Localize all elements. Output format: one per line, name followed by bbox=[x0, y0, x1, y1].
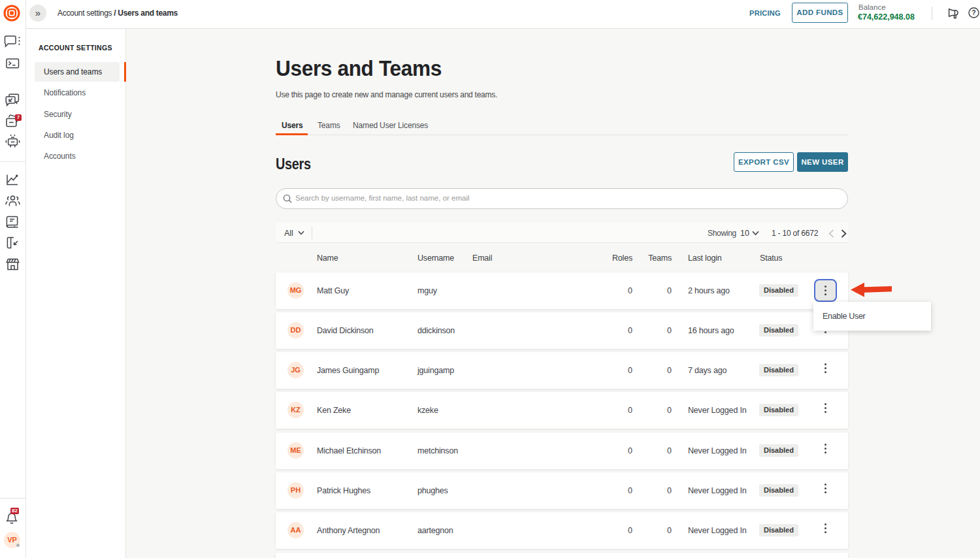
svg-text:?: ? bbox=[972, 8, 975, 16]
